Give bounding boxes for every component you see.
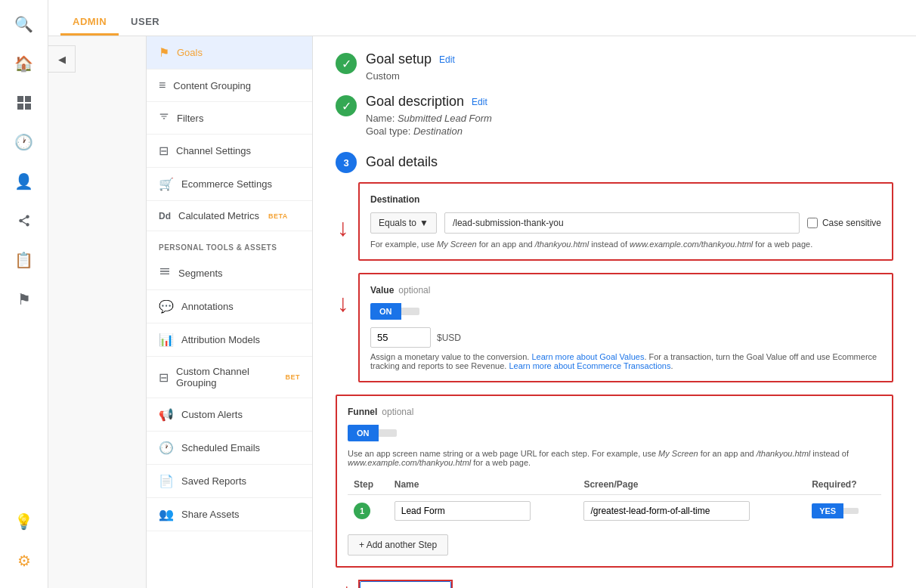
- back-button[interactable]: ◀: [48, 45, 76, 73]
- funnel-label: Funneloptional: [348, 407, 881, 417]
- required-no-btn[interactable]: [843, 508, 859, 514]
- value-row: $USD: [370, 327, 881, 348]
- gear-icon[interactable]: ⚙: [6, 543, 42, 579]
- sidebar-item-label: Saved Reports: [181, 475, 246, 487]
- funnel-toggle-off[interactable]: [379, 429, 397, 437]
- verify-button-wrapper: Verify this Goal: [358, 580, 453, 588]
- arrow-verify: ↓: [336, 580, 358, 588]
- value-toggle-off[interactable]: [401, 308, 419, 315]
- sidebar: ◀: [48, 36, 147, 588]
- funnel-col-required: Required?: [806, 475, 881, 495]
- main-wrapper: ADMIN USER ◀ ⚑ Goals ≡ Content Grouping …: [48, 0, 916, 588]
- sidebar-item-channel-settings[interactable]: ⊟ Channel Settings: [147, 135, 312, 168]
- step3-content: Goal details: [366, 154, 893, 170]
- destination-row: Equals to ▼ Case sensitive: [370, 212, 881, 234]
- currency-label: $USD: [437, 333, 461, 343]
- required-yes-btn[interactable]: YES: [812, 503, 843, 518]
- funnel-table: Step Name Screen/Page Required? 1: [348, 475, 881, 527]
- search-icon[interactable]: 🔍: [6, 6, 42, 42]
- goal-step-3: 3 Goal details: [336, 150, 893, 173]
- step2-goaltype-row: Goal type: Destination: [366, 125, 893, 137]
- report-icon[interactable]: 📋: [6, 242, 42, 278]
- step1-subtitle: Custom: [366, 70, 893, 82]
- svg-rect-2: [17, 104, 23, 110]
- sidebar-item-goals[interactable]: ⚑ Goals: [147, 36, 312, 70]
- calculated-metrics-icon: Dd: [159, 211, 171, 221]
- arrow-value: ↓: [337, 291, 349, 315]
- case-sensitive-checkbox[interactable]: [807, 218, 818, 228]
- funnel-help-text: Use an app screen name string or a web p…: [348, 449, 881, 467]
- tab-admin[interactable]: ADMIN: [60, 10, 119, 36]
- value-optional-label: optional: [398, 285, 430, 296]
- dashboard-icon[interactable]: [6, 85, 42, 121]
- tab-user[interactable]: USER: [119, 10, 172, 36]
- ecommerce-transactions-link[interactable]: Learn more about Ecommerce Transactions: [509, 361, 670, 370]
- step2-edit-link[interactable]: Edit: [472, 97, 487, 107]
- icon-bar: 🔍 🏠 🕐 👤 📋 ⚑ 💡 ⚙: [0, 0, 48, 588]
- step1-check-icon: ✓: [336, 53, 357, 74]
- goals-icon: ⚑: [159, 45, 169, 60]
- sidebar-item-custom-alerts[interactable]: 📢 Custom Alerts: [147, 398, 312, 432]
- icon-bar-bottom: 💡 ⚙: [6, 503, 42, 588]
- lightbulb-icon[interactable]: 💡: [6, 503, 42, 540]
- goal-step-1: ✓ Goal setup Edit Custom: [336, 51, 893, 82]
- step2-title-row: Goal description Edit: [366, 94, 893, 110]
- value-toggle-on[interactable]: ON: [370, 303, 401, 320]
- dropdown-arrow-icon: ▼: [419, 218, 429, 228]
- sidebar-item-segments[interactable]: Segments: [147, 256, 312, 290]
- match-type-select[interactable]: Equals to ▼: [370, 212, 437, 234]
- sidebar-item-label: Goals: [177, 47, 203, 58]
- match-type-label: Equals to: [379, 218, 416, 228]
- step1-title: Goal setup: [366, 51, 432, 67]
- goal-values-link[interactable]: Learn more about Goal Values: [531, 352, 644, 361]
- channel-settings-icon: ⊟: [159, 144, 169, 158]
- sidebar-item-calculated-metrics[interactable]: Dd Calculated Metrics BETA: [147, 201, 312, 231]
- step2-name-row: Name: Submitted Lead Form: [366, 113, 893, 124]
- svg-rect-3: [25, 104, 31, 110]
- value-input[interactable]: [370, 327, 431, 348]
- funnel-toggle: ON: [348, 425, 881, 441]
- sidebar-item-label: Custom Alerts: [181, 409, 243, 420]
- sidebar-item-label: Segments: [178, 268, 223, 279]
- sidebar-item-label: Content Grouping: [173, 80, 251, 91]
- value-help-text: Assign a monetary value to the conversio…: [370, 352, 881, 370]
- sidebar-item-content-grouping[interactable]: ≡ Content Grouping: [147, 70, 312, 102]
- sidebar-item-ecommerce-settings[interactable]: 🛒 Ecommerce Settings: [147, 168, 312, 201]
- personal-tools-header: PERSONAL TOOLS & ASSETS: [147, 231, 312, 256]
- sidebar-item-label: Annotations: [181, 301, 234, 312]
- share-icon[interactable]: [6, 203, 42, 239]
- destination-help-text: For example, use My Screen for an app an…: [370, 240, 881, 249]
- required-toggle: YES: [812, 503, 875, 518]
- sidebar-item-scheduled-emails[interactable]: 🕐 Scheduled Emails: [147, 432, 312, 465]
- beta-badge: BETA: [268, 212, 288, 220]
- sidebar-item-label: Channel Settings: [176, 145, 251, 156]
- sidebar-item-filters[interactable]: Filters: [147, 102, 312, 135]
- clock-icon[interactable]: 🕐: [6, 124, 42, 160]
- custom-alerts-icon: 📢: [159, 407, 174, 422]
- step1-edit-link[interactable]: Edit: [439, 54, 455, 65]
- funnel-step-page-input[interactable]: [583, 501, 750, 521]
- destination-input[interactable]: [444, 212, 800, 234]
- home-icon[interactable]: 🏠: [6, 45, 42, 82]
- custom-channel-beta-badge: BET: [286, 373, 301, 381]
- destination-box: Destination Equals to ▼ Case sensitive: [358, 182, 893, 261]
- funnel-optional-label: optional: [382, 407, 413, 417]
- person-icon[interactable]: 👤: [6, 163, 42, 200]
- main-content: ✓ Goal setup Edit Custom ✓ Goal descript…: [313, 36, 916, 588]
- value-label: Valueoptional: [370, 285, 881, 296]
- verify-goal-button[interactable]: Verify this Goal: [360, 581, 451, 588]
- sidebar-item-annotations[interactable]: 💬 Annotations: [147, 290, 312, 323]
- add-step-button[interactable]: + Add another Step: [348, 534, 448, 556]
- funnel-toggle-on[interactable]: ON: [348, 425, 379, 441]
- flag-icon[interactable]: ⚑: [6, 281, 42, 317]
- funnel-step-name-input[interactable]: [395, 501, 531, 521]
- sidebar-item-custom-channel-grouping[interactable]: ⊟ Custom Channel Grouping BET: [147, 357, 312, 398]
- step3-number-icon: 3: [336, 152, 357, 173]
- sidebar-item-share-assets[interactable]: 👥 Share Assets: [147, 498, 312, 531]
- step2-title: Goal description: [366, 94, 464, 110]
- attribution-models-icon: 📊: [159, 333, 174, 347]
- funnel-col-step: Step: [348, 475, 388, 495]
- sidebar-item-attribution-models[interactable]: 📊 Attribution Models: [147, 323, 312, 357]
- step2-check-icon: ✓: [336, 95, 357, 116]
- sidebar-item-saved-reports[interactable]: 📄 Saved Reports: [147, 465, 312, 498]
